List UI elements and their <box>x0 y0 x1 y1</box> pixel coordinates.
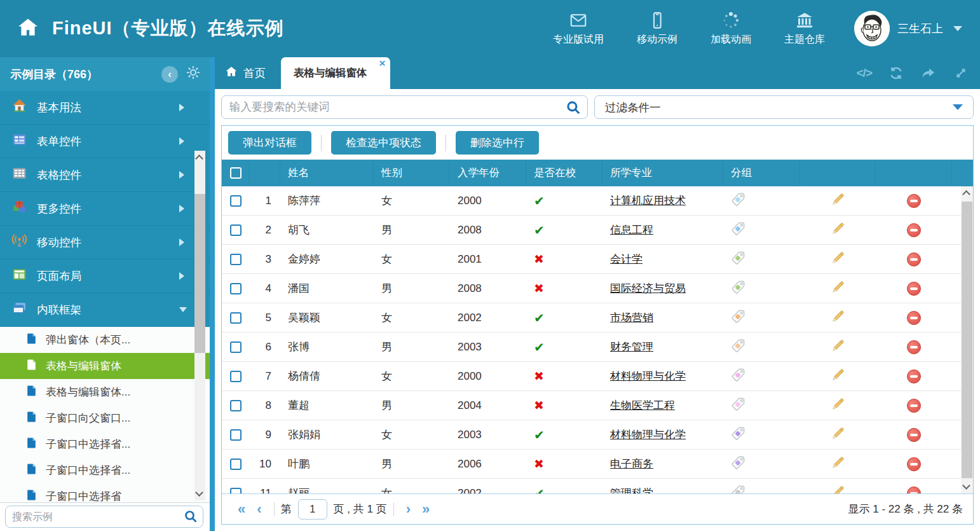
next-page-icon[interactable]: › <box>400 502 416 516</box>
major-link[interactable]: 管理科学 <box>610 486 653 493</box>
tag-icon[interactable] <box>731 397 745 415</box>
sidebar-splitter[interactable] <box>210 57 215 531</box>
tab-home[interactable]: 首页 <box>215 57 278 89</box>
filter-dropdown[interactable]: 过滤条件一 <box>594 95 974 119</box>
search-icon[interactable] <box>565 99 582 118</box>
scroll-down-icon[interactable] <box>195 488 203 497</box>
sidebar-item-mobile-controls[interactable]: 移动控件 <box>0 226 210 259</box>
major-link[interactable]: 财务管理 <box>610 340 653 354</box>
scrollbar-thumb[interactable] <box>194 194 205 353</box>
delete-row-icon[interactable] <box>907 252 921 266</box>
delete-row-icon[interactable] <box>907 457 921 471</box>
delete-row-icon[interactable] <box>907 340 921 354</box>
sidebar-item-more-controls[interactable]: 更多控件 <box>0 192 210 226</box>
column-header-in-school[interactable]: 是否在校 <box>526 160 602 186</box>
sidebar-subitem-child-select-province-1[interactable]: 子窗口中选择省... <box>0 431 210 457</box>
prev-page-icon[interactable]: ‹ <box>251 502 267 516</box>
edit-pencil-icon[interactable] <box>831 221 845 239</box>
sidebar-item-page-layout[interactable]: 页面布局 <box>0 259 210 293</box>
column-header-name[interactable]: 姓名 <box>280 160 374 186</box>
column-header-group[interactable]: 分组 <box>723 160 800 186</box>
row-checkbox[interactable] <box>230 312 242 324</box>
scroll-down-icon[interactable] <box>962 481 970 490</box>
edit-pencil-icon[interactable] <box>831 251 845 268</box>
select-all-checkbox[interactable] <box>230 167 242 179</box>
delete-row-icon[interactable] <box>907 486 921 494</box>
edit-pencil-icon[interactable] <box>831 368 845 385</box>
open-new-window-icon[interactable] <box>920 66 937 81</box>
sidebar-subitem-child-select-province-2[interactable]: 子窗口中选择省... <box>0 457 210 483</box>
column-header-gender[interactable]: 性别 <box>374 160 450 186</box>
sidebar-subitem-popup-window[interactable]: 弹出窗体（本页... <box>0 327 210 353</box>
delete-row-icon[interactable] <box>907 223 921 237</box>
fullscreen-icon[interactable] <box>953 66 969 81</box>
major-link[interactable]: 生物医学工程 <box>610 398 675 413</box>
edit-pencil-icon[interactable] <box>831 309 845 327</box>
edit-pencil-icon[interactable] <box>831 397 845 415</box>
major-link[interactable]: 会计学 <box>610 252 643 266</box>
major-link[interactable]: 材料物理与化学 <box>610 369 686 383</box>
sidebar-scrollbar[interactable] <box>194 151 205 500</box>
major-link[interactable]: 国际经济与贸易 <box>610 281 686 296</box>
row-checkbox[interactable] <box>230 283 242 294</box>
edit-pencil-icon[interactable] <box>831 426 845 444</box>
tag-icon[interactable] <box>731 192 745 210</box>
column-header-major[interactable]: 所学专业 <box>602 160 723 186</box>
tag-icon[interactable] <box>731 280 745 298</box>
delete-row-icon[interactable] <box>907 369 921 383</box>
edit-pencil-icon[interactable] <box>831 280 845 298</box>
delete-row-icon[interactable] <box>907 399 921 413</box>
tag-icon[interactable] <box>731 251 745 268</box>
major-link[interactable]: 信息工程 <box>610 223 653 237</box>
tag-icon[interactable] <box>731 309 745 327</box>
close-icon[interactable]: × <box>379 58 386 69</box>
delete-row-icon[interactable] <box>907 428 921 442</box>
row-checkbox[interactable] <box>230 341 242 353</box>
grid-scrollbar[interactable] <box>961 186 973 493</box>
major-link[interactable]: 电子商务 <box>610 457 653 471</box>
edit-pencil-icon[interactable] <box>831 455 845 473</box>
edit-pencil-icon[interactable] <box>831 485 845 494</box>
sidebar-subitem-child-select-province-3[interactable]: 子窗口中选择省 <box>0 483 210 502</box>
page-number-input[interactable] <box>298 499 327 520</box>
row-checkbox[interactable] <box>230 254 242 265</box>
row-checkbox[interactable] <box>230 488 242 494</box>
delete-selected-button[interactable]: 删除选中行 <box>456 131 539 155</box>
tag-icon[interactable] <box>731 221 745 239</box>
tag-icon[interactable] <box>731 426 745 444</box>
major-link[interactable]: 计算机应用技术 <box>610 193 686 208</box>
nav-theme-repo[interactable]: 主题仓库 <box>784 11 825 46</box>
row-checkbox[interactable] <box>230 459 242 470</box>
collapse-sidebar-icon[interactable]: ‹ <box>161 66 178 83</box>
check-selected-button[interactable]: 检查选中项状态 <box>331 131 436 155</box>
gear-icon[interactable] <box>186 65 201 83</box>
edit-pencil-icon[interactable] <box>831 192 845 210</box>
row-checkbox[interactable] <box>230 400 242 411</box>
delete-row-icon[interactable] <box>907 311 921 325</box>
open-dialog-button[interactable]: 弹出对话框 <box>228 131 311 155</box>
last-page-icon[interactable]: » <box>416 502 435 516</box>
scrollbar-thumb[interactable] <box>962 202 972 478</box>
tag-icon[interactable] <box>731 455 745 473</box>
edit-pencil-icon[interactable] <box>831 338 845 356</box>
nav-trial[interactable]: 专业版试用 <box>553 11 604 46</box>
sidebar-subitem-grid-edit-window[interactable]: 表格与编辑窗体 <box>0 353 210 379</box>
row-checkbox[interactable] <box>230 429 242 441</box>
sidebar-search-input[interactable] <box>5 506 203 528</box>
tag-icon[interactable] <box>731 338 745 356</box>
scroll-up-icon[interactable] <box>195 155 203 163</box>
user-menu[interactable]: 三生石上 <box>825 11 980 46</box>
row-checkbox[interactable] <box>230 195 242 207</box>
first-page-icon[interactable]: « <box>232 502 251 516</box>
search-icon[interactable] <box>183 509 198 527</box>
nav-mobile-demo[interactable]: 移动示例 <box>637 11 677 46</box>
column-header-year[interactable]: 入学年份 <box>450 160 526 186</box>
refresh-icon[interactable] <box>888 66 904 81</box>
view-source-icon[interactable]: </> <box>857 66 872 80</box>
row-checkbox[interactable] <box>230 224 242 236</box>
sidebar-item-form-controls[interactable]: 表单控件 <box>0 125 210 158</box>
sidebar-item-basic-usage[interactable]: 基本用法 <box>0 91 210 125</box>
tab-grid-edit-window[interactable]: 表格与编辑窗体 × <box>281 57 390 89</box>
keyword-search-input[interactable] <box>221 95 588 119</box>
nav-loading-animation[interactable]: 加载动画 <box>711 11 751 46</box>
